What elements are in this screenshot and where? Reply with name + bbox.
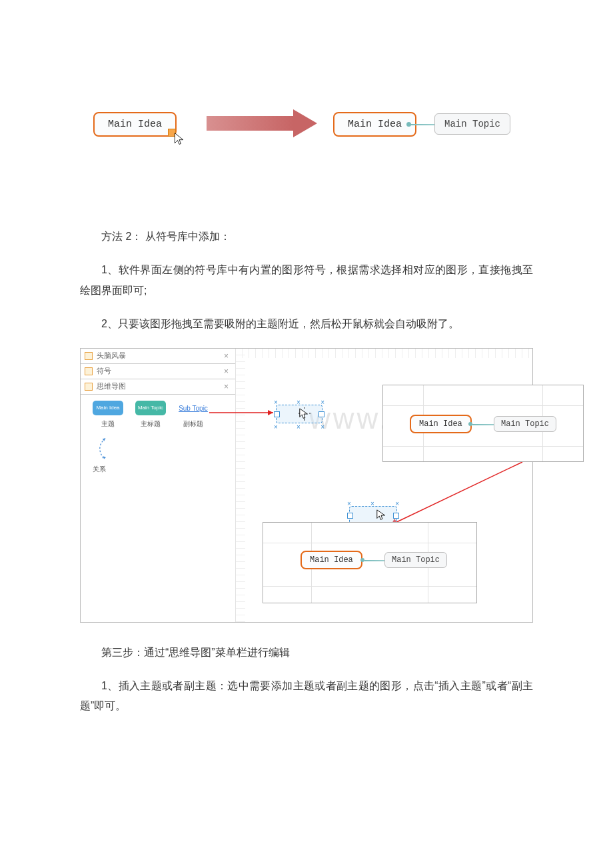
move-cursor-icon bbox=[376, 509, 388, 522]
close-icon[interactable]: × bbox=[224, 382, 229, 391]
label-theme: 主题 bbox=[91, 419, 125, 429]
close-icon[interactable]: × bbox=[224, 351, 229, 361]
relation-arc-icon[interactable] bbox=[93, 435, 110, 462]
node-label: Main Topic bbox=[501, 419, 549, 429]
red-arrow-2-icon bbox=[386, 462, 526, 529]
screenshot-figure: 头脑风暴 × 符号 × 思维导图 × Main Idea bbox=[80, 348, 533, 623]
node-label: Main Idea bbox=[348, 119, 402, 130]
panel-icon bbox=[85, 383, 93, 391]
canvas-area[interactable]: www.bdocx.com × × × × × × bbox=[235, 349, 532, 622]
method2-heading: 方法 2： 从符号库中添加： bbox=[80, 227, 533, 247]
move-cursor-icon bbox=[299, 407, 310, 421]
step3-heading: 第三步：通过“思维导图”菜单栏进行编辑 bbox=[80, 643, 533, 663]
shape-box-label: Main Idea bbox=[96, 405, 119, 411]
main-topic-node: Main Topic bbox=[434, 113, 510, 135]
panel-row[interactable]: 符号 × bbox=[81, 364, 235, 379]
connector-line bbox=[472, 424, 494, 425]
node-label: Main Topic bbox=[392, 555, 440, 565]
panel-row[interactable]: 思维导图 × bbox=[81, 379, 235, 395]
inset-main-idea-lower: Main Idea bbox=[301, 551, 362, 569]
inset-main-idea: Main Idea bbox=[410, 415, 472, 433]
main-idea-node-left: Main Idea bbox=[93, 112, 177, 137]
panel-icon bbox=[85, 367, 93, 375]
shape-box-label: Main Topic bbox=[138, 405, 163, 411]
shape-sub-topic[interactable]: Sub Topic bbox=[177, 401, 210, 412]
node-label: Main Topic bbox=[444, 119, 500, 129]
top-diagram: Main Idea Main Idea Main Topic bbox=[93, 107, 520, 160]
transition-arrow-icon bbox=[207, 109, 320, 137]
paragraph-1: 1、软件界面左侧的符号库中有内置的图形符号，根据需求选择相对应的图形，直接拖拽至… bbox=[80, 260, 533, 301]
svg-line-1 bbox=[391, 462, 522, 525]
paragraph-3: 1、插入主题或者副主题：选中需要添加主题或者副主题的图形，点击“插入主题”或者“… bbox=[80, 676, 533, 717]
inset-main-topic: Main Topic bbox=[494, 416, 556, 432]
inset-lower: Main Idea Main Topic bbox=[263, 522, 477, 603]
node-label: Main Idea bbox=[310, 555, 353, 565]
label-main-title: 主标题 bbox=[134, 419, 167, 429]
inset-upper: Main Idea Main Topic bbox=[382, 385, 584, 462]
main-idea-node-right: Main Idea bbox=[333, 112, 416, 137]
panel-list: 头脑风暴 × 符号 × 思维导图 × bbox=[81, 349, 235, 395]
shape-main-topic[interactable]: Main Topic bbox=[134, 401, 167, 418]
panel-icon bbox=[85, 352, 93, 360]
red-arrow-1-icon bbox=[209, 405, 283, 421]
label-relation: 关系 bbox=[93, 465, 235, 474]
panel-label: 头脑风暴 bbox=[97, 351, 126, 361]
inset-main-topic-lower: Main Topic bbox=[384, 552, 447, 568]
label-sub-title: 副标题 bbox=[177, 419, 210, 429]
panel-row[interactable]: 头脑风暴 × bbox=[81, 349, 235, 364]
node-label: Main Idea bbox=[419, 419, 462, 429]
shape-main-idea[interactable]: Main Idea bbox=[91, 401, 125, 418]
panel-label: 符号 bbox=[97, 366, 111, 376]
connector-line bbox=[364, 560, 384, 561]
connector-line bbox=[410, 124, 434, 125]
panel-label: 思维导图 bbox=[97, 381, 126, 391]
close-icon[interactable]: × bbox=[224, 367, 229, 376]
sub-topic-label: Sub Topic bbox=[179, 405, 208, 412]
node-label: Main Idea bbox=[108, 119, 162, 130]
cursor-icon bbox=[173, 132, 185, 145]
paragraph-2: 2、只要该图形拖拽至需要吸附的主题附近，然后松开鼠标就会自动吸附了。 bbox=[80, 314, 533, 334]
